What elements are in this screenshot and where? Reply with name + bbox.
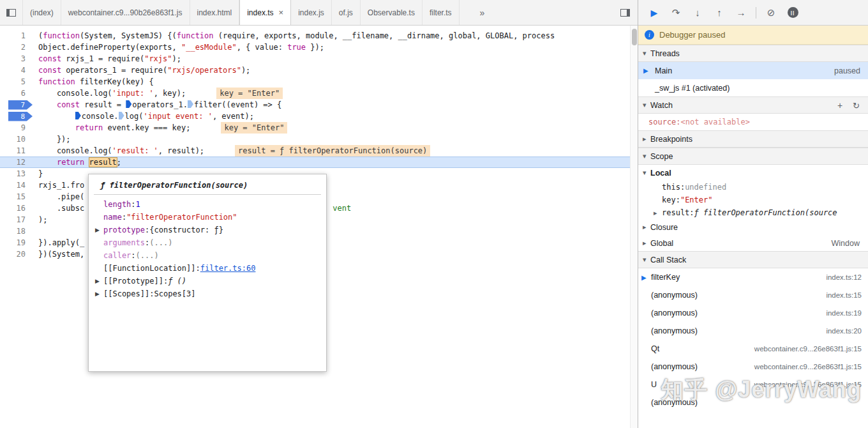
step-into-button[interactable]: ↓ <box>689 4 706 21</box>
tab-index-ts[interactable]: index.ts <box>239 0 291 25</box>
popup-property-scopes[interactable]: [[Scopes]]: Scopes[3] <box>89 287 326 300</box>
callstack-frame-7-anonymous[interactable]: (anonymous) <box>638 394 868 411</box>
line-number-4[interactable]: 4 <box>0 65 33 76</box>
scope-variable-result[interactable]: result: ƒ filterOperatorFunction(source <box>638 206 868 219</box>
code-token: ; <box>117 158 121 167</box>
tab-observable-ts[interactable]: Observable.ts <box>361 0 423 25</box>
inline-breakpoint-icon[interactable] <box>188 100 193 108</box>
callstack-frame-6-u[interactable]: Uwebcontainer.c9...26e863f1.js:15 <box>638 376 868 394</box>
scope-group-global[interactable]: GlobalWindow <box>638 235 868 251</box>
callstack-frame-5-anonymous[interactable]: (anonymous)webcontainer.c9...26e863f1.js… <box>638 358 868 376</box>
line-number-3[interactable]: 3 <box>0 53 33 65</box>
scope-variable-this[interactable]: this: undefined <box>638 181 868 194</box>
code-line-10[interactable]: 10 }); <box>0 134 638 145</box>
thread-row-main[interactable]: Mainpaused <box>638 62 868 79</box>
code-line-2[interactable]: 2Object.defineProperty(exports, "__esMod… <box>0 42 638 53</box>
function-f-icon: ƒ <box>100 181 105 190</box>
callstack-frame-2-anonymous[interactable]: (anonymous)index.ts:19 <box>638 304 868 322</box>
line-number-15[interactable]: 15 <box>0 191 33 203</box>
code-line-5[interactable]: 5function filterKey(key) { <box>0 76 638 88</box>
scope-section-header[interactable]: Scope <box>638 148 868 165</box>
tab-index-html[interactable]: index.html <box>190 0 240 25</box>
code-line-3[interactable]: 3const rxjs_1 = require("rxjs"); <box>0 53 638 65</box>
popup-property-caller[interactable]: caller: (...) <box>89 249 326 262</box>
callstack-frame-3-anonymous[interactable]: (anonymous)index.ts:20 <box>638 322 868 340</box>
close-tab-icon[interactable] <box>279 8 284 17</box>
code-editor[interactable]: 1(function(System, SystemJS) {(function … <box>0 26 638 428</box>
thread-row-sw-js-1-activated[interactable]: _sw_js #1 (activated) <box>638 79 868 96</box>
tab-index-js[interactable]: index.js <box>291 0 332 25</box>
refresh-watch-icon[interactable] <box>853 100 860 111</box>
line-number-11[interactable]: 11 <box>0 145 33 157</box>
breakpoints-section-header[interactable]: Breakpoints <box>638 130 868 148</box>
breakpoint-badge[interactable]: 7 <box>8 100 33 110</box>
line-number-7[interactable]: 7 <box>0 99 33 111</box>
step-out-button[interactable]: ↑ <box>711 4 728 21</box>
line-number-10[interactable]: 10 <box>0 134 33 145</box>
code-line-8[interactable]: 8 console.log('input event: ', event); <box>0 111 638 122</box>
step-button[interactable]: → <box>733 4 749 21</box>
line-number-8[interactable]: 8 <box>0 111 33 122</box>
watch-expression-source[interactable]: source: <not available> <box>638 114 868 130</box>
code-line-7[interactable]: 7 const result = operators_1.filter((eve… <box>0 99 638 111</box>
scope-variable-key[interactable]: key: "Enter" <box>638 194 868 206</box>
popup-property-prototype[interactable]: [[Prototype]]: ƒ () <box>89 275 326 287</box>
tab-filter-ts[interactable]: filter.ts <box>423 0 460 25</box>
line-number-2[interactable]: 2 <box>0 42 33 53</box>
line-number-5[interactable]: 5 <box>0 76 33 88</box>
code-line-12[interactable]: 12 return result; <box>0 157 638 168</box>
popup-property-prototype[interactable]: prototype: {constructor: ƒ} <box>89 224 326 236</box>
line-number-18[interactable]: 18 <box>0 225 33 237</box>
property-value[interactable]: filter.ts:60 <box>200 264 256 273</box>
line-number-12[interactable]: 12 <box>0 157 33 168</box>
popup-property-length[interactable]: length: 1 <box>89 198 326 211</box>
deactivate-breakpoints-button[interactable]: ⊘ <box>763 4 779 21</box>
toggle-navigator-button[interactable] <box>0 0 23 25</box>
callstack-frame-4-qt[interactable]: Qtwebcontainer.c9...26e863f1.js:15 <box>638 340 868 358</box>
scrollbar-thumb[interactable] <box>632 29 637 45</box>
line-number-17[interactable]: 17 <box>0 214 33 225</box>
popup-property-arguments[interactable]: arguments: (...) <box>89 236 326 249</box>
inline-breakpoint-icon[interactable] <box>75 112 81 119</box>
inline-breakpoint-icon[interactable] <box>126 100 131 108</box>
line-number-6[interactable]: 6 <box>0 88 33 99</box>
expand-arrow-icon[interactable] <box>95 227 103 233</box>
code-line-1[interactable]: 1(function(System, SystemJS) {(function … <box>0 30 638 42</box>
expand-arrow-icon[interactable] <box>95 291 103 297</box>
callstack-frame-0-filterkey[interactable]: filterKeyindex.ts:12 <box>638 268 868 286</box>
callstack-title: Call Stack <box>650 256 686 264</box>
tab-webcontainer-c9-90b26e863f1-js[interactable]: webcontainer.c9...90b26e863f1.js <box>61 0 190 25</box>
line-number-13[interactable]: 13 <box>0 168 33 180</box>
code-line-11[interactable]: 11 console.log('result: ', result);resul… <box>0 145 638 157</box>
tab-index[interactable]: (index) <box>23 0 61 25</box>
line-number-16[interactable]: 16 <box>0 203 33 214</box>
threads-section-header[interactable]: Threads <box>638 45 868 62</box>
line-number-1[interactable]: 1 <box>0 30 33 42</box>
code-line-6[interactable]: 6 console.log('input: ', key);key = "Ent… <box>0 88 638 99</box>
resume-button[interactable]: ▶ <box>646 4 662 21</box>
step-over-button[interactable]: ↷ <box>668 4 684 21</box>
callstack-section-header[interactable]: Call Stack <box>638 251 868 268</box>
popup-property-name[interactable]: name: "filterOperatorFunction" <box>89 211 326 224</box>
tab-overflow-button[interactable] <box>474 0 491 25</box>
tab-of-js[interactable]: of.js <box>332 0 361 25</box>
inline-breakpoint-icon[interactable] <box>119 112 124 119</box>
line-number-9[interactable]: 9 <box>0 122 33 134</box>
expand-arrow-icon[interactable] <box>654 209 662 217</box>
line-number-14[interactable]: 14 <box>0 180 33 191</box>
code-line-4[interactable]: 4const operators_1 = require("rxjs/opera… <box>0 65 638 76</box>
popup-property-functionlocation[interactable]: [[FunctionLocation]]: filter.ts:60 <box>89 262 326 275</box>
add-watch-icon[interactable] <box>837 100 842 111</box>
open-debug-panel-button[interactable] <box>615 0 635 25</box>
line-number-20[interactable]: 20 <box>0 248 33 260</box>
pause-on-exceptions-button[interactable]: || <box>784 4 801 21</box>
line-number-19[interactable]: 19 <box>0 237 33 248</box>
expand-arrow-icon[interactable] <box>95 278 103 284</box>
watch-section-header[interactable]: Watch <box>638 96 868 114</box>
code-line-9[interactable]: 9 return event.key === key;key = "Enter" <box>0 122 638 134</box>
editor-scrollbar[interactable] <box>630 26 638 428</box>
scope-group-closure[interactable]: Closure <box>638 219 868 235</box>
scope-group-local[interactable]: Local <box>638 165 868 181</box>
callstack-frame-1-anonymous[interactable]: (anonymous)index.ts:15 <box>638 286 868 304</box>
breakpoint-badge[interactable]: 8 <box>8 112 33 121</box>
